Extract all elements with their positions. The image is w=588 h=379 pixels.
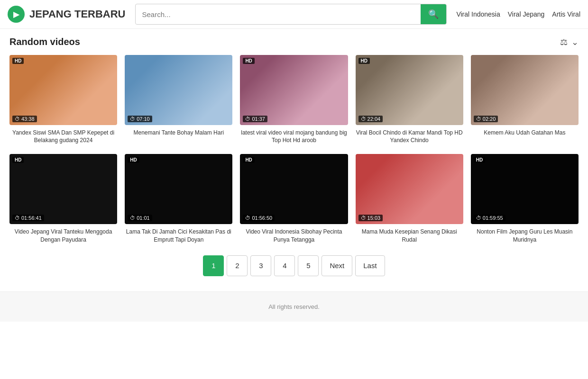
page-btn-3[interactable]: 3 — [250, 255, 271, 276]
video-card-2[interactable]: ⏱ 07:10 Menemani Tante Bohay Malam Hari — [125, 55, 232, 144]
video-thumbnail-8: HD ⏱ 01:56:50 — [240, 154, 348, 224]
video-thumbnail-7: HD ⏱ 01:01 — [125, 154, 232, 224]
page-btn-next[interactable]: Next — [322, 255, 352, 276]
video-thumbnail-2: ⏱ 07:10 — [125, 55, 232, 125]
video-thumbnail-4: HD ⏱ 22:04 — [356, 55, 463, 125]
chevron-down-icon[interactable]: ⌄ — [571, 37, 579, 47]
video-duration-3: ⏱ 01:37 — [243, 116, 267, 122]
video-title-1: Yandex Siswi SMA Dan SMP Kepepet di Bela… — [9, 129, 117, 145]
logo[interactable]: ▶ JEPANG TERBARU — [8, 6, 126, 23]
video-card-7[interactable]: HD ⏱ 01:01 Lama Tak Di Jamah Cici Kesaki… — [125, 154, 232, 244]
hd-badge-6: HD — [12, 157, 24, 163]
clock-icon: ⏱ — [361, 116, 366, 122]
video-duration-2: ⏱ 07:10 — [128, 116, 152, 122]
video-card-9[interactable]: ⏱ 15:03 Mama Muda Kesepian Senang Dikasi… — [356, 154, 463, 244]
pagination: 1 2 3 4 5 Next Last — [9, 255, 579, 276]
video-card-4[interactable]: HD ⏱ 22:04 Viral Bocil Chindo di Kamar M… — [356, 55, 463, 144]
hd-badge-10: HD — [474, 157, 485, 163]
section-title: Random videos — [9, 36, 80, 47]
hd-badge-4: HD — [358, 58, 370, 64]
main-nav: Viral Indonesia Viral Jepang Artis Viral — [456, 10, 580, 18]
video-duration-6: ⏱ 01:56:41 — [12, 215, 44, 221]
video-title-5: Kemem Aku Udah Gatahan Mas — [471, 129, 579, 137]
hd-badge-7: HD — [128, 157, 139, 163]
video-thumbnail-10: HD ⏱ 01:59:55 — [471, 154, 579, 224]
video-title-2: Menemani Tante Bohay Malam Hari — [125, 129, 232, 137]
video-title-10: Nonton Film Jepang Guru Les Muasin Murid… — [471, 228, 579, 244]
page-btn-5[interactable]: 5 — [298, 255, 319, 276]
filter-icon[interactable]: ⚖ — [560, 37, 568, 47]
video-duration-5: ⏱ 02:20 — [474, 116, 498, 122]
page-btn-1[interactable]: 1 — [203, 255, 224, 276]
search-bar: 🔍 — [135, 4, 447, 25]
video-thumbnail-5: ⏱ 02:20 — [471, 55, 579, 125]
logo-icon: ▶ — [8, 6, 25, 23]
video-card-6[interactable]: HD ⏱ 01:56:41 Video Jepang Viral Tanteku… — [9, 154, 117, 244]
footer-text: All rights reserved. — [268, 303, 320, 310]
video-card-10[interactable]: HD ⏱ 01:59:55 Nonton Film Jepang Guru Le… — [471, 154, 579, 244]
clock-icon: ⏱ — [245, 215, 250, 221]
hd-badge-1: HD — [12, 58, 24, 64]
video-duration-9: ⏱ 15:03 — [358, 215, 383, 221]
clock-icon: ⏱ — [476, 215, 481, 221]
video-grid-row1: HD ⏱ 43:38 Yandex Siswi SMA Dan SMP Kepe… — [9, 55, 579, 144]
clock-icon: ⏱ — [130, 116, 135, 122]
clock-icon: ⏱ — [245, 116, 250, 122]
video-card-8[interactable]: HD ⏱ 01:56:50 Video Viral Indonesia Sibo… — [240, 154, 348, 244]
video-thumbnail-6: HD ⏱ 01:56:41 — [9, 154, 117, 224]
video-title-4: Viral Bocil Chindo di Kamar Mandi Top HD… — [356, 129, 463, 145]
video-title-8: Video Viral Indonesia Sibohay Pecinta Pu… — [240, 228, 348, 244]
nav-viral-indonesia[interactable]: Viral Indonesia — [456, 10, 500, 18]
clock-icon: ⏱ — [361, 215, 366, 221]
site-header: ▶ JEPANG TERBARU 🔍 Viral Indonesia Viral… — [0, 0, 588, 29]
clock-icon: ⏱ — [15, 215, 20, 221]
search-button[interactable]: 🔍 — [421, 4, 446, 24]
nav-artis-viral[interactable]: Artis Viral — [552, 10, 580, 18]
site-footer: All rights reserved. — [0, 291, 588, 322]
video-card-3[interactable]: HD ⏱ 01:37 latest viral video viral moja… — [240, 55, 348, 144]
page-btn-last[interactable]: Last — [355, 255, 385, 276]
page-btn-4[interactable]: 4 — [274, 255, 295, 276]
video-card-1[interactable]: HD ⏱ 43:38 Yandex Siswi SMA Dan SMP Kepe… — [9, 55, 117, 144]
video-duration-1: ⏱ 43:38 — [12, 116, 37, 122]
section-header: Random videos ⚖ ⌄ — [9, 36, 579, 47]
clock-icon: ⏱ — [130, 215, 135, 221]
video-title-6: Video Jepang Viral Tanteku Menggoda Deng… — [9, 228, 117, 244]
video-thumbnail-3: HD ⏱ 01:37 — [240, 55, 348, 125]
logo-text: JEPANG TERBARU — [29, 8, 126, 20]
video-title-3: latest viral video viral mojang bandung … — [240, 129, 348, 145]
main-content: Random videos ⚖ ⌄ HD ⏱ 43:38 Yandex Sisw… — [0, 29, 588, 291]
video-duration-7: ⏱ 01:01 — [128, 215, 152, 221]
video-grid-row2: HD ⏱ 01:56:41 Video Jepang Viral Tanteku… — [9, 154, 579, 244]
clock-icon: ⏱ — [15, 116, 20, 122]
video-duration-4: ⏱ 22:04 — [358, 116, 383, 122]
hd-badge-3: HD — [243, 58, 254, 64]
video-duration-8: ⏱ 01:56:50 — [243, 215, 275, 221]
video-title-7: Lama Tak Di Jamah Cici Kesakitan Pas di … — [125, 228, 232, 244]
video-title-9: Mama Muda Kesepian Senang Dikasi Rudal — [356, 228, 463, 244]
nav-viral-jepang[interactable]: Viral Jepang — [508, 10, 545, 18]
video-card-5[interactable]: ⏱ 02:20 Kemem Aku Udah Gatahan Mas — [471, 55, 579, 144]
video-thumbnail-1: HD ⏱ 43:38 — [9, 55, 117, 125]
video-duration-10: ⏱ 01:59:55 — [474, 215, 505, 221]
section-controls: ⚖ ⌄ — [560, 37, 579, 47]
search-icon: 🔍 — [428, 9, 439, 19]
hd-badge-8: HD — [243, 157, 254, 163]
clock-icon: ⏱ — [476, 116, 481, 122]
page-btn-2[interactable]: 2 — [227, 255, 248, 276]
video-thumbnail-9: ⏱ 15:03 — [356, 154, 463, 224]
search-input[interactable] — [136, 6, 421, 23]
